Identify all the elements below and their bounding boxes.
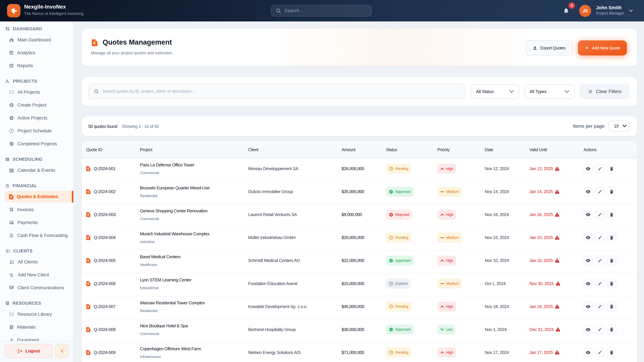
svg-text:$: $ — [88, 190, 89, 193]
svg-text:$: $ — [88, 351, 89, 354]
svg-text:$: $ — [88, 259, 89, 262]
svg-text:$: $ — [88, 305, 89, 308]
svg-text:$: $ — [88, 167, 89, 170]
svg-text:$: $ — [88, 282, 89, 285]
svg-text:$: $ — [88, 328, 89, 331]
svg-text:$: $ — [88, 213, 89, 216]
svg-text:$: $ — [10, 195, 12, 199]
svg-text:$: $ — [88, 236, 89, 239]
svg-text:$: $ — [93, 41, 95, 45]
